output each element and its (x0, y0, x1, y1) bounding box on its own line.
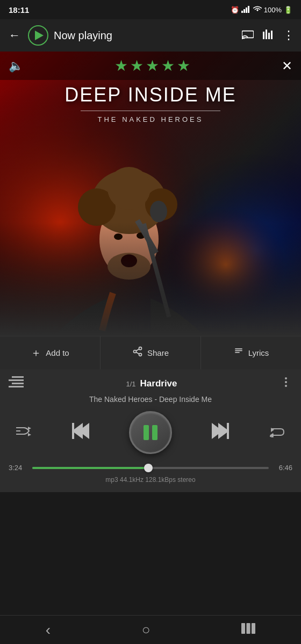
close-button[interactable]: ✕ (282, 58, 292, 74)
svg-rect-36 (9, 379, 24, 381)
top-bar-icons: ⋮ (242, 28, 295, 42)
signal-icon (241, 5, 251, 14)
svg-marker-43 (28, 433, 31, 436)
album-artist: THE NAKED HEROES (0, 115, 301, 123)
progress-thumb[interactable] (144, 464, 153, 472)
lyrics-icon (233, 346, 244, 360)
svg-line-30 (136, 352, 139, 354)
svg-rect-49 (227, 423, 229, 439)
repeat-button[interactable] (267, 422, 288, 443)
queue-name: Hardrive (140, 378, 177, 389)
action-bar: ＋ Add to Share Lyrics (0, 336, 301, 369)
status-bar: 18:11 ⏰ 100% 🔋 (0, 0, 301, 19)
star-3[interactable]: ★ (146, 57, 159, 75)
album-rating-bar: 🔈 ★ ★ ★ ★ ★ ✕ (0, 52, 301, 80)
svg-rect-2 (246, 8, 247, 13)
svg-rect-1 (243, 9, 245, 13)
total-time: 6:46 (274, 464, 292, 472)
play-triangle (35, 31, 44, 40)
equalizer-icon[interactable] (262, 28, 274, 42)
album-divider (81, 111, 220, 111)
star-1[interactable]: ★ (114, 57, 128, 75)
add-to-label: Add to (46, 348, 69, 357)
album-text: DEEP INSIDE ME THE NAKED HEROES (0, 84, 301, 123)
svg-rect-38 (9, 386, 24, 387)
star-4[interactable]: ★ (161, 57, 175, 75)
player-section: 1/1 Hardrive The Naked Heroes - Deep Ins… (0, 369, 301, 492)
svg-rect-37 (12, 383, 24, 384)
pause-bar-left (144, 425, 149, 440)
svg-rect-54 (247, 623, 250, 634)
album-art-container: 🔈 ★ ★ ★ ★ ★ ✕ DEEP INSIDE ME THE NAKED H… (0, 52, 301, 336)
share-button[interactable]: Share (101, 336, 201, 369)
previous-button[interactable] (69, 420, 95, 446)
svg-rect-3 (248, 6, 249, 13)
svg-rect-9 (271, 31, 273, 39)
queue-counter: 1/1 (126, 380, 135, 388)
lyrics-button[interactable]: Lyrics (201, 336, 301, 369)
progress-fill (32, 467, 148, 469)
current-time: 3:24 (9, 464, 27, 472)
svg-point-27 (139, 347, 141, 350)
svg-line-31 (136, 349, 139, 350)
share-label: Share (147, 348, 169, 357)
lyrics-label: Lyrics (248, 348, 269, 357)
player-more-button[interactable] (280, 376, 292, 392)
status-icons: ⏰ 100% 🔋 (231, 5, 292, 14)
battery-icon: 🔋 (284, 6, 292, 14)
svg-rect-53 (241, 623, 245, 634)
svg-rect-55 (252, 623, 255, 634)
more-icon[interactable]: ⋮ (283, 28, 295, 42)
svg-rect-7 (266, 30, 267, 39)
back-button[interactable]: ← (6, 26, 23, 45)
status-time: 18:11 (9, 5, 29, 14)
pause-inner (144, 425, 157, 440)
add-to-button[interactable]: ＋ Add to (0, 336, 101, 369)
nav-recents-button[interactable] (237, 619, 260, 641)
svg-point-28 (133, 350, 136, 353)
top-bar: ← Now playing ⋮ (0, 19, 301, 52)
queue-info: 1/1 Hardrive (126, 378, 177, 389)
svg-rect-35 (12, 376, 24, 378)
nav-back-button[interactable]: ‹ (41, 617, 55, 643)
audio-info: mp3 44.1kHz 128.1kBps stereo (9, 476, 292, 492)
volume-icon[interactable]: 🔈 (9, 59, 23, 73)
svg-rect-46 (72, 423, 74, 439)
now-playing-icon (28, 25, 48, 46)
svg-point-40 (285, 381, 287, 383)
svg-rect-0 (241, 11, 243, 13)
add-icon: ＋ (31, 346, 41, 360)
bottom-nav: ‹ ○ (0, 615, 301, 644)
svg-rect-8 (268, 33, 270, 39)
svg-rect-6 (263, 32, 264, 39)
star-5[interactable]: ★ (177, 57, 190, 75)
next-button[interactable] (206, 420, 232, 446)
top-bar-title: Now playing (54, 30, 236, 42)
stars-container[interactable]: ★ ★ ★ ★ ★ (114, 57, 190, 75)
pause-button[interactable] (129, 411, 172, 454)
queue-icon[interactable] (9, 376, 24, 391)
star-2[interactable]: ★ (130, 57, 144, 75)
queue-row: 1/1 Hardrive (9, 376, 292, 392)
cast-icon[interactable] (242, 28, 254, 42)
wifi-icon (253, 6, 262, 14)
album-title: DEEP INSIDE ME (0, 84, 301, 106)
progress-row: 3:24 6:46 (9, 464, 292, 472)
svg-point-41 (285, 385, 287, 387)
alarm-icon: ⏰ (231, 6, 239, 14)
svg-point-29 (139, 353, 141, 356)
battery-percent: 100% (264, 6, 282, 14)
track-title: The Naked Heroes - Deep Inside Me (9, 395, 292, 404)
pause-bar-right (152, 425, 157, 440)
nav-home-button[interactable]: ○ (138, 617, 155, 642)
progress-bar[interactable] (32, 467, 269, 469)
share-icon (132, 346, 143, 360)
controls-row (9, 411, 292, 454)
shuffle-button[interactable] (13, 422, 34, 443)
svg-point-39 (285, 377, 287, 379)
